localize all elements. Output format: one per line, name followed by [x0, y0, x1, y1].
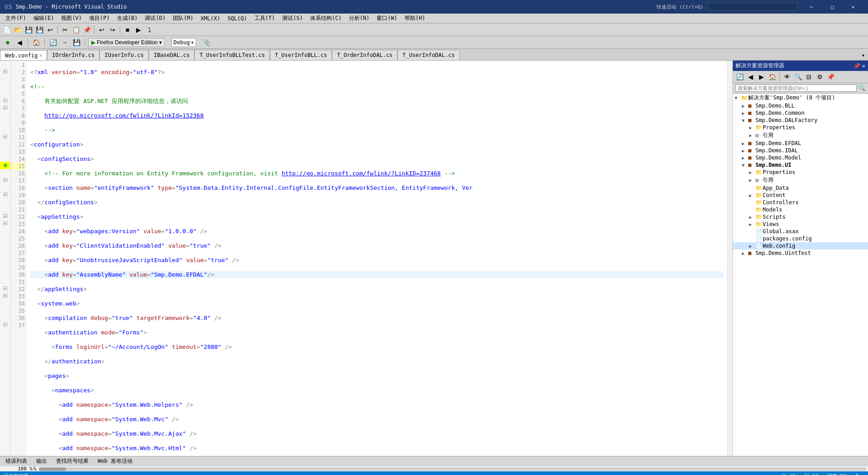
margin-fold-6[interactable]: −	[0, 97, 10, 104]
tree-ui[interactable]: ▼ ■ Smp.Demo.UI	[733, 161, 868, 169]
tab-web-config[interactable]: Web.config ✕	[0, 50, 47, 61]
tab-tuserinfobll[interactable]: T_UserInfoBLL.cs	[270, 50, 332, 60]
tree-ui-packages[interactable]: ▶ 📄 packages.config	[733, 235, 868, 242]
toolbar-undo[interactable]: ↩	[97, 25, 107, 35]
tree-ui-scripts[interactable]: ▶ 📁 Scripts	[733, 213, 868, 221]
hscroll-thumb[interactable]	[39, 467, 66, 471]
debug-mode-arrow[interactable]: ▾	[191, 39, 194, 46]
toolbar-copy[interactable]: 📋	[71, 25, 81, 35]
tree-common[interactable]: ▶ ■ Smp.Demo.Common	[733, 109, 868, 117]
tab-iuserinfo[interactable]: IUserInfo.cs	[99, 50, 149, 60]
sol-forward-btn[interactable]: ▶	[756, 72, 766, 82]
tree-ui-ref[interactable]: ▶ ⊞ 引用	[733, 176, 868, 184]
code-content[interactable]: <?xml version="1.0" encoding="utf-8"?> <…	[27, 61, 727, 456]
toolbar-open[interactable]: 📂	[13, 25, 23, 35]
tree-ui-webconfig[interactable]: ▶ 📄 Web.config	[733, 242, 868, 249]
margin-fold-2[interactable]: −	[0, 68, 10, 75]
close-btn[interactable]: ✕	[843, 0, 863, 14]
toolbar-save[interactable]: 💾	[34, 25, 44, 35]
toolbar-stop[interactable]: ■	[123, 25, 132, 35]
menu-item-view[interactable]: 视图(V)	[57, 14, 85, 23]
tree-ui-appdata[interactable]: ▶ 📁 App_Data	[733, 184, 868, 192]
menu-item-debug[interactable]: 调试(D)	[141, 14, 169, 23]
solution-tree[interactable]: ▼ 📁 解决方案'Smp.Demo' (8 个项目) ▶ ■ Smp.Demo.…	[733, 94, 868, 456]
tree-ui-content[interactable]: ▶ 📁 Content	[733, 192, 868, 199]
menu-item-file[interactable]: 文件(F)	[2, 14, 30, 23]
close-panel-icon[interactable]: ✕	[862, 63, 865, 69]
minimize-btn[interactable]: ─	[801, 0, 822, 14]
code-area[interactable]: 12345 678910 11121314 15 1617181920 2122…	[11, 61, 727, 456]
margin-fold-32[interactable]: −	[0, 285, 10, 292]
sol-filter-btn[interactable]: 🔍	[793, 72, 803, 82]
menu-item-sql[interactable]: SQL(Q)	[224, 14, 250, 23]
run-arrow[interactable]: →	[60, 38, 70, 47]
quick-launch-input[interactable]	[707, 3, 797, 11]
tab-tuserinfoblltest[interactable]: T_UserInfoBLLTest.cs	[194, 50, 270, 60]
menu-item-test[interactable]: 测试(S)	[278, 14, 307, 23]
margin-fold-33[interactable]: −	[0, 292, 10, 299]
attach-btn[interactable]: 📎	[202, 38, 212, 47]
tree-bll[interactable]: ▶ ■ Smp.Demo.BLL	[733, 102, 868, 109]
sol-back-btn[interactable]: ◀	[745, 72, 755, 82]
toolbar-undo2[interactable]: ↩	[45, 25, 55, 35]
toolbar-play[interactable]: ▶	[133, 25, 143, 35]
menu-item-help[interactable]: 帮助(H)	[401, 14, 429, 23]
run-save2[interactable]: 💾	[71, 38, 81, 47]
toolbar-paste[interactable]: 📌	[82, 25, 92, 35]
menu-item-analyze[interactable]: 分析(N)	[345, 14, 373, 23]
run-back[interactable]: ◀	[14, 38, 24, 47]
run-home[interactable]: 🏠	[31, 38, 41, 47]
toolbar-new[interactable]: 📄	[2, 25, 12, 35]
margin-fold-11[interactable]: −	[0, 133, 10, 140]
menu-item-team[interactable]: 团队(M)	[169, 14, 197, 23]
bottom-tab-find-symbol[interactable]: 查找符号结果	[53, 457, 91, 466]
tree-ui-global[interactable]: ▶ 📄 Global.asax	[733, 228, 868, 235]
margin-fold-22[interactable]: −	[0, 212, 10, 220]
tab-web-config-close[interactable]: ✕	[39, 53, 42, 58]
tab-list-btn[interactable]: ▾	[858, 50, 868, 60]
menu-item-arch[interactable]: 体系结构(C)	[307, 14, 345, 23]
debug-mode-dropdown[interactable]: Debug ▾	[171, 38, 196, 47]
bottom-tab-web-publish[interactable]: Web 发布活动	[95, 457, 135, 466]
sol-props-btn[interactable]: ⚙	[815, 72, 825, 82]
tree-ui-controllers[interactable]: ▶ 📁 Controllers	[733, 199, 868, 206]
sol-sync-btn[interactable]: 🔄	[735, 72, 745, 82]
run-start[interactable]: ▶ Firefox Developer Edition ▾	[88, 38, 165, 47]
pin-icon[interactable]: 📌	[854, 63, 860, 69]
menu-item-window[interactable]: 窗口(W)	[373, 14, 401, 23]
menu-item-xml[interactable]: XML(X)	[197, 14, 224, 23]
margin-fold-17[interactable]: −	[0, 176, 10, 183]
margin-fold-7[interactable]: −	[0, 104, 10, 111]
hscroll-track[interactable]	[39, 467, 866, 471]
tab-torderinfodal[interactable]: T_OrderInfoDAL.cs	[332, 50, 397, 60]
sol-home-btn[interactable]: 🏠	[767, 72, 777, 82]
tree-idal[interactable]: ▶ ■ Smp.Demo.IDAL	[733, 147, 868, 154]
tree-dalfactory-properties[interactable]: ▶ 📁 Properties	[733, 124, 868, 131]
toolbar-step[interactable]: ⤵	[144, 25, 154, 35]
tree-ui-views[interactable]: ▶ 📁 Views	[733, 221, 868, 228]
toolbar-save-all[interactable]: 💾	[24, 25, 33, 35]
tab-tuserinfodal[interactable]: T_UserInfoDAL.cs	[397, 50, 460, 60]
tab-iorderinfo[interactable]: IOrderInfo.cs	[47, 50, 99, 60]
tree-dalfactory-ref[interactable]: ▶ ⊞ 引用	[733, 131, 868, 140]
menu-item-project[interactable]: 项目(P)	[85, 14, 113, 23]
horizontal-scrollbar[interactable]: 100 % %	[0, 466, 868, 471]
tab-ibasedal[interactable]: IBaseDAL.cs	[149, 50, 194, 60]
right-scrollbar[interactable]	[727, 61, 732, 456]
run-browser-dropdown[interactable]: ▾	[159, 39, 162, 46]
margin-fold-23[interactable]: −	[0, 220, 10, 227]
maximize-btn[interactable]: □	[822, 0, 843, 14]
toolbar-cut[interactable]: ✂	[60, 25, 70, 35]
bottom-tab-output[interactable]: 输出	[33, 457, 50, 466]
tree-dalfactory[interactable]: ▼ ■ Smp.Demo.DALFactory	[733, 117, 868, 124]
bottom-tab-errors[interactable]: 错误列表	[3, 457, 30, 466]
run-refresh[interactable]: 🔄	[48, 38, 58, 47]
tree-uinttest[interactable]: ▶ ■ Smp.Demo.UintTest	[733, 249, 868, 257]
toolbar-redo[interactable]: ↪	[108, 25, 118, 35]
tree-model[interactable]: ▶ ■ Smp.Demo.Model	[733, 154, 868, 161]
menu-item-tools[interactable]: 工具(T)	[251, 14, 279, 23]
tree-ui-properties[interactable]: ▶ 📁 Properties	[733, 169, 868, 176]
sol-show-btn[interactable]: 👁	[782, 72, 792, 82]
menu-item-edit[interactable]: 编辑(E)	[30, 14, 58, 23]
tree-solution-root[interactable]: ▼ 📁 解决方案'Smp.Demo' (8 个项目)	[733, 94, 868, 102]
